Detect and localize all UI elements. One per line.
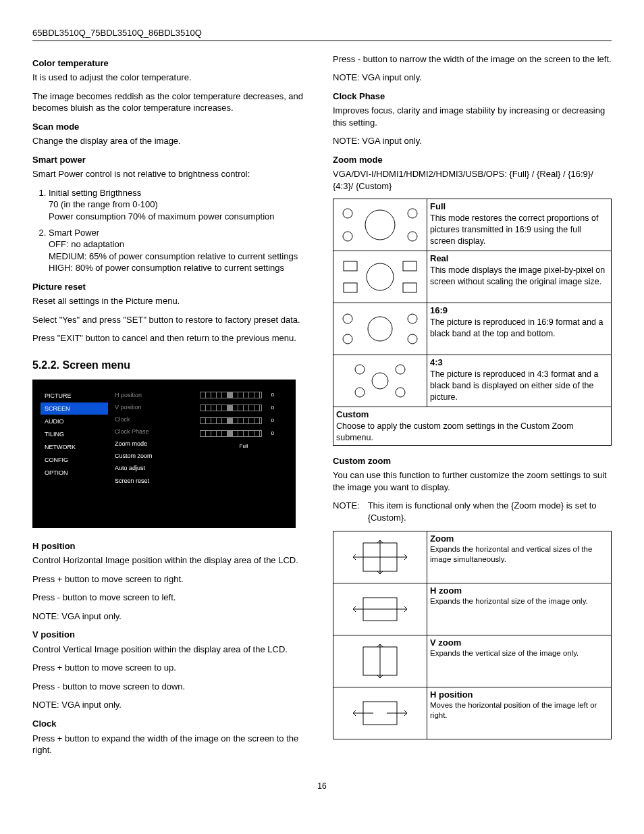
right-column: Press - button to narrow the width of th… — [333, 51, 612, 763]
osd-value: 0 — [266, 417, 274, 425]
table-row: FullThis mode restores the correct propo… — [333, 199, 612, 251]
custom-zoom-heading: Custom zoom — [333, 455, 612, 467]
osd-submenu-item: Zoom mode — [115, 438, 200, 450]
mode-name: 16:9 — [430, 305, 608, 317]
v-position-text-2: Press + button to move screen to up. — [32, 662, 311, 674]
content-columns: Color temperature It is used to adjust t… — [32, 51, 612, 763]
mode-name: 4:3 — [430, 357, 608, 369]
mode-text: This mode restores the correct proportio… — [430, 213, 608, 247]
table-row: H positionMoves the horizontal position … — [333, 687, 612, 739]
svg-rect-8 — [403, 283, 417, 292]
osd-value: 0 — [266, 405, 274, 412]
osd-slider-row: 0 — [200, 389, 288, 402]
osd-menu-item: CONFIG — [41, 454, 108, 466]
smart-power-list: Initial setting Brigthness 70 (in the ra… — [45, 187, 311, 274]
osd-submenu-item: Auto adjust — [115, 462, 200, 474]
svg-rect-7 — [344, 283, 357, 292]
osd-submenu-item: V position — [115, 401, 200, 413]
note-label: NOTE: — [333, 500, 365, 512]
osd-submenu-item: Custom zoom — [115, 450, 200, 462]
osd-slider — [200, 392, 262, 398]
scan-mode-text: Change the display area of the image. — [32, 135, 311, 147]
osd-submenu: H positionV positionClockClock PhaseZoom… — [108, 385, 200, 523]
table-row: ZoomExpands the horizontal and vertical … — [333, 531, 612, 583]
clock-note: NOTE: VGA input only. — [333, 72, 612, 84]
zoom-description: H positionMoves the horizontal position … — [427, 687, 612, 739]
osd-menu-item: AUDIO — [41, 415, 108, 427]
svg-point-3 — [408, 232, 417, 241]
li-text: 70 (in the range from 0-100) — [49, 199, 158, 209]
osd-menu-item: NETWORK — [41, 441, 108, 453]
svg-point-4 — [365, 210, 395, 240]
osd-menu-item: PICTURE — [41, 390, 108, 402]
mode-text: The picture is reproduced in 16:9 format… — [430, 317, 608, 340]
osd-menu-item: TILING — [41, 428, 108, 440]
svg-point-13 — [408, 334, 417, 344]
osd-slider-row: 0 — [200, 427, 288, 440]
osd-value: 0 — [266, 392, 274, 399]
li-text: Initial setting Brigthness — [49, 188, 141, 198]
zoom-name: H zoom — [430, 585, 608, 597]
color-temperature-heading: Color temperature — [32, 57, 311, 70]
smart-power-intro: Smart Power control is not relative to b… — [32, 168, 311, 180]
mode-name: Full — [430, 201, 608, 213]
svg-point-18 — [396, 388, 405, 397]
osd-value: 0 — [266, 430, 274, 438]
zoom-text: Expands the horizontal size of the image… — [430, 596, 608, 606]
zoom-description: V zoomExpands the vertical size of the i… — [427, 635, 612, 687]
svg-rect-5 — [344, 261, 357, 271]
table-row: 4:3The picture is reproduced in 4:3 form… — [333, 355, 612, 407]
svg-point-12 — [343, 334, 352, 344]
table-row: CustomChoose to apply the custom zoom se… — [333, 407, 612, 445]
h-position-note: NOTE: VGA input only. — [32, 610, 311, 623]
svg-point-0 — [343, 209, 352, 218]
v-position-text: Control Vertical Image position within t… — [32, 644, 311, 656]
osd-submenu-item: Screen reset — [115, 475, 200, 487]
zoom-diagram — [333, 583, 427, 635]
li-text: Power consumption 70% of maximum power c… — [49, 211, 275, 221]
h-position-heading: H position — [32, 540, 311, 552]
zoom-mode-text: VGA/DVI-I/HDMI1/HDMI2/HDMI3/USB/OPS: {Fu… — [333, 168, 612, 192]
osd-slider-row: 0 — [200, 415, 288, 427]
osd-zoom-value: Full — [200, 440, 288, 453]
osd-slider — [200, 405, 262, 411]
svg-point-14 — [368, 317, 392, 341]
svg-point-11 — [408, 314, 417, 323]
note-text: This item is functional only when the {Z… — [368, 500, 612, 523]
screen-menu-heading: 5.2.2. Screen menu — [32, 358, 311, 373]
mode-diagram-full — [333, 199, 427, 251]
zoom-text: Expands the vertical size of the image o… — [430, 648, 608, 658]
mode-name: Custom — [336, 409, 608, 421]
mode-text: Choose to apply the custom zoom settings… — [336, 421, 608, 444]
custom-zoom-note: NOTE: This item is functional only when … — [333, 500, 612, 523]
osd-menu: PICTURESCREENAUDIOTILINGNETWORKCONFIGOPT… — [41, 385, 108, 523]
zoom-name: V zoom — [430, 637, 608, 649]
osd-screenshot: PICTURESCREENAUDIOTILINGNETWORKCONFIGOPT… — [32, 380, 296, 528]
list-item: Smart Power OFF: no adaptation MEDIUM: 6… — [49, 227, 311, 274]
mode-diagram-4-3 — [333, 355, 427, 407]
table-row: RealThis mode displays the image pixel-b… — [333, 251, 612, 303]
h-position-text: Control Horizontal Image position within… — [32, 554, 311, 567]
table-row: H zoomExpands the horizontal size of the… — [333, 583, 612, 635]
li-text: Smart Power — [49, 228, 99, 238]
left-column: Color temperature It is used to adjust t… — [32, 51, 311, 763]
smart-power-heading: Smart power — [32, 154, 311, 166]
osd-slider — [200, 430, 262, 437]
picture-reset-text-2: Select "Yes" and press "SET" button to r… — [32, 314, 311, 326]
zoom-diagram — [333, 531, 427, 583]
osd-slider-row: 0 — [200, 402, 288, 415]
v-position-heading: V position — [32, 629, 311, 641]
zoom-text: Moves the horizontal position of the ima… — [430, 700, 608, 721]
table-row: V zoomExpands the vertical size of the i… — [333, 635, 612, 687]
osd-values: 0000Full — [200, 385, 288, 523]
osd-menu-item: SCREEN — [41, 402, 108, 415]
mode-description: CustomChoose to apply the custom zoom se… — [333, 407, 612, 445]
mode-description: 16:9The picture is reproduced in 16:9 fo… — [427, 303, 612, 355]
mode-description: FullThis mode restores the correct propo… — [427, 199, 612, 251]
osd-submenu-item: H position — [115, 389, 200, 401]
svg-point-10 — [343, 314, 352, 323]
mode-name: Real — [430, 253, 608, 265]
zoom-description: H zoomExpands the horizontal size of the… — [427, 583, 612, 635]
svg-rect-6 — [403, 261, 417, 271]
svg-point-1 — [408, 209, 417, 218]
